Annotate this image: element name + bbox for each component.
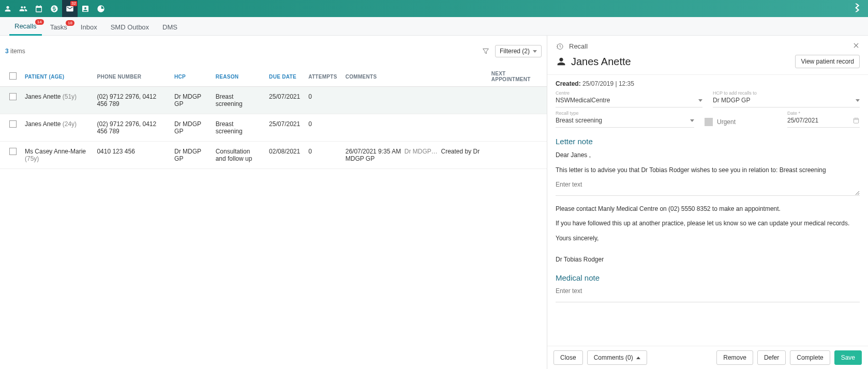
cell-reason: Breast screening — [212, 87, 265, 114]
cell-reason: Breast screening — [212, 114, 265, 142]
filter-dropdown[interactable]: Filtered (2) — [495, 45, 542, 57]
recall-type-dropdown[interactable]: Breast screening — [556, 116, 694, 128]
calendar-icon[interactable] — [31, 0, 47, 17]
medical-note-heading: Medical note — [556, 273, 860, 282]
hcp-dropdown[interactable]: Dr MDGP GP — [713, 96, 860, 107]
letter-signer: Dr Tobias Rodger — [556, 255, 860, 264]
defer-button[interactable]: Defer — [757, 350, 786, 365]
centre-dropdown[interactable]: NSWMedicalCentre — [556, 96, 702, 107]
money-icon[interactable] — [47, 0, 62, 17]
hcp-label: HCP to add recalls to — [713, 90, 860, 96]
cell-due: 25/07/2021 — [265, 114, 304, 142]
close-button[interactable]: Close — [553, 350, 583, 365]
cell-attempts: 0 — [304, 142, 341, 169]
letter-greeting: Dear Janes , — [556, 151, 860, 160]
cell-phone: (02) 9712 2976, 0412 456 789 — [93, 87, 170, 114]
filter-icon[interactable] — [482, 47, 490, 55]
patient-name: Janes Anette — [571, 56, 631, 68]
centre-label: Centre — [556, 90, 702, 96]
app-logo-icon[interactable] — [852, 3, 863, 14]
cell-comments — [341, 87, 487, 114]
table-row[interactable]: Janes Anette (51y)(02) 9712 2976, 0412 4… — [0, 87, 547, 114]
comments-button[interactable]: Comments (0) — [587, 350, 647, 365]
tab-inbox[interactable]: Inbox — [76, 19, 102, 35]
medical-note-textarea[interactable] — [556, 287, 860, 302]
person-icon[interactable] — [0, 0, 16, 17]
col-reason[interactable]: REASON — [212, 67, 265, 87]
tab-smd-outbox[interactable]: SMD Outbox — [106, 19, 154, 35]
badge: 18 — [66, 20, 74, 26]
letter-body: Please contact Manly Medical Centre on (… — [556, 205, 860, 213]
cell-patient: Janes Anette (51y) — [21, 87, 93, 114]
urgent-checkbox[interactable] — [705, 118, 713, 126]
chevron-down-icon — [533, 50, 537, 53]
history-icon — [556, 42, 564, 51]
cell-due: 25/07/2021 — [265, 87, 304, 114]
cell-patient: Janes Anette (24y) — [21, 114, 93, 142]
chevron-down-icon — [856, 99, 860, 102]
chevron-down-icon — [698, 99, 702, 102]
row-checkbox[interactable] — [9, 120, 17, 128]
item-count: 3 items — [5, 48, 25, 55]
cell-hcp: Dr MDGP GP — [170, 114, 212, 142]
letter-signoff: Yours sincerely, — [556, 234, 860, 243]
remove-button[interactable]: Remove — [716, 350, 753, 365]
people-icon[interactable] — [16, 0, 31, 17]
cell-next — [487, 87, 547, 114]
tab-tasks[interactable]: Tasks18 — [45, 19, 72, 35]
complete-button[interactable]: Complete — [790, 350, 830, 365]
cell-due: 02/08/2021 — [265, 142, 304, 169]
badge: 14 — [35, 19, 44, 25]
cell-next — [487, 142, 547, 169]
recall-type-label: Recall type — [556, 111, 694, 116]
row-checkbox[interactable] — [9, 93, 17, 100]
letter-note-heading: Letter note — [556, 137, 860, 146]
save-button[interactable]: Save — [834, 350, 862, 365]
date-field[interactable]: 25/07/2021 — [787, 116, 860, 128]
cell-attempts: 0 — [304, 114, 341, 142]
top-icon-bar: 32 — [0, 0, 868, 17]
cell-hcp: Dr MDGP GP — [170, 142, 212, 169]
date-label: Date * — [787, 111, 860, 116]
cell-comments — [341, 114, 487, 142]
col-phone: PHONE NUMBER — [93, 67, 170, 87]
letter-note-textarea[interactable] — [556, 181, 860, 196]
detail-title: Recall — [569, 42, 588, 50]
chevron-down-icon — [690, 119, 694, 122]
col-patient[interactable]: PATIENT (AGE) — [21, 67, 93, 87]
view-patient-record-button[interactable]: View patient record — [795, 55, 860, 68]
col-next: NEXT APPOINTMENT — [487, 67, 547, 87]
cell-patient: Ms Casey Anne-Marie (75y) — [21, 142, 93, 169]
cell-attempts: 0 — [304, 87, 341, 114]
created-line: Created: 25/07/2019 | 12:35 — [556, 80, 860, 87]
letter-body: If you have followed this up at another … — [556, 219, 860, 228]
chart-icon[interactable] — [93, 0, 109, 17]
col-due[interactable]: DUE DATE — [265, 67, 304, 87]
select-all-checkbox[interactable] — [9, 72, 17, 80]
col-hcp[interactable]: HCP — [170, 67, 212, 87]
tab-bar: Recalls14 Tasks18 Inbox SMD Outbox DMS — [0, 17, 868, 36]
cell-phone: (02) 9712 2976, 0412 456 789 — [93, 114, 170, 142]
calendar-icon — [852, 117, 860, 124]
tab-recalls[interactable]: Recalls14 — [9, 18, 42, 36]
contact-icon[interactable] — [78, 0, 93, 17]
letter-body: This letter is to advise you that Dr Tob… — [556, 166, 860, 175]
tab-dms[interactable]: DMS — [157, 19, 183, 35]
row-checkbox[interactable] — [9, 148, 17, 155]
cell-hcp: Dr MDGP GP — [170, 87, 212, 114]
table-row[interactable]: Janes Anette (24y)(02) 9712 2976, 0412 4… — [0, 114, 547, 142]
cell-reason: Consultation and follow up — [212, 142, 265, 169]
cell-phone: 0410 123 456 — [93, 142, 170, 169]
close-button[interactable] — [852, 42, 860, 51]
table-row[interactable]: Ms Casey Anne-Marie (75y)0410 123 456Dr … — [0, 142, 547, 169]
col-comments: COMMENTS — [341, 67, 487, 87]
person-icon — [556, 56, 567, 67]
mail-icon[interactable]: 32 — [62, 0, 78, 17]
recall-table: PATIENT (AGE) PHONE NUMBER HCP REASON DU… — [0, 67, 547, 169]
cell-comments: 26/07/2021 9:35 AM Dr MDGP… Created by D… — [341, 142, 487, 169]
col-attempts: ATTEMPTS — [304, 67, 341, 87]
mail-badge: 32 — [70, 1, 77, 6]
urgent-label: Urgent — [717, 118, 736, 126]
detail-panel: Recall Janes Anette View patient record … — [547, 36, 868, 369]
cell-next — [487, 114, 547, 142]
